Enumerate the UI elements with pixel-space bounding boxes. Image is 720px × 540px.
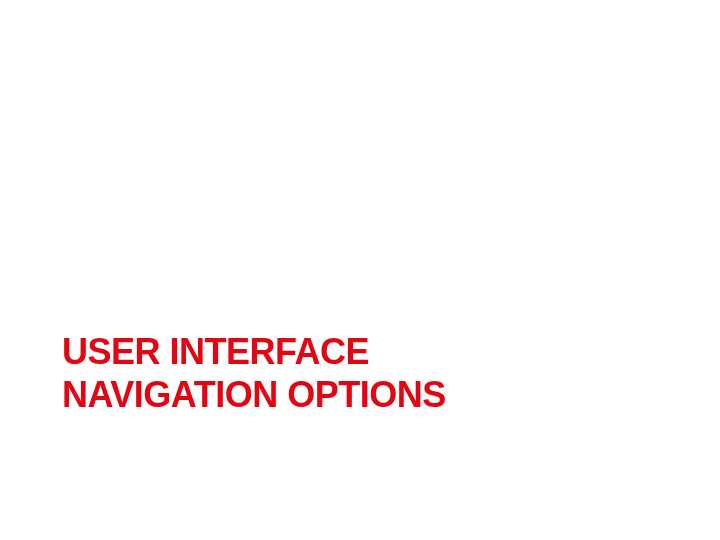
slide-title: USER INTERFACE NAVIGATION OPTIONS <box>62 330 446 416</box>
title-line-1: USER INTERFACE <box>62 330 446 373</box>
title-line-2: NAVIGATION OPTIONS <box>62 373 446 416</box>
